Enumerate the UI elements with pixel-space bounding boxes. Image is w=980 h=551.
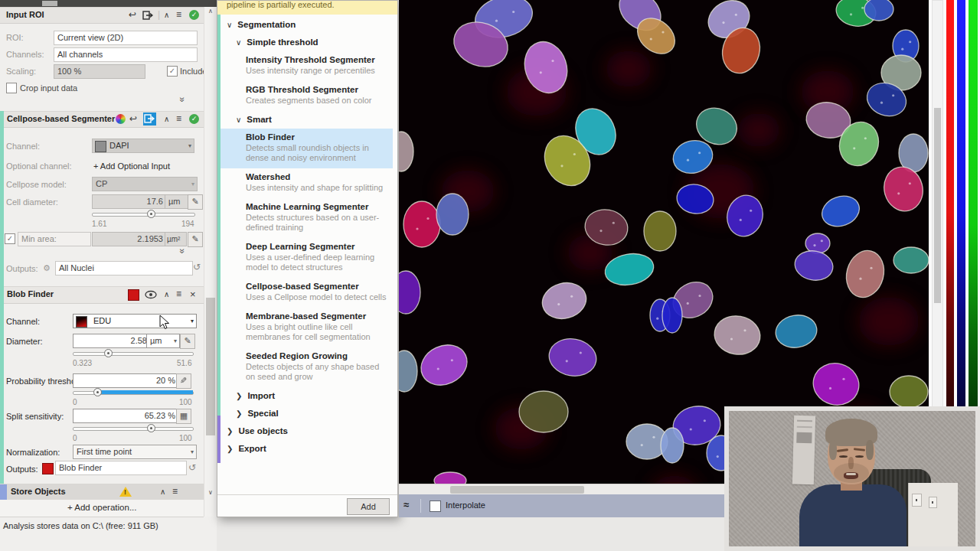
undo-icon[interactable]: ↩ — [129, 9, 136, 21]
collapse-icon[interactable]: ∧ — [164, 289, 169, 300]
operation-item[interactable]: Cellpose-based SegmenterUses a Cellpose … — [220, 278, 393, 308]
cp-channel-dropdown[interactable]: DAPI ▾ — [92, 139, 194, 153]
scroll-down-icon[interactable]: ∨ — [208, 489, 213, 496]
segmented-cell[interactable] — [805, 233, 830, 253]
bf-diameter-field[interactable]: 2.58 — [73, 334, 151, 348]
operation-item[interactable]: Intensity Threshold SegmenterUses intens… — [220, 51, 393, 81]
reset-icon[interactable]: ↺ — [193, 262, 201, 272]
bf-diameter-slider-thumb[interactable] — [104, 349, 113, 357]
operation-item[interactable]: Seeded Region GrowingDetects objects of … — [220, 347, 393, 387]
segmented-cell[interactable] — [899, 134, 928, 172]
tree-group-special[interactable]: ❯Special — [220, 405, 393, 422]
menu-icon[interactable]: ≡ — [176, 9, 181, 21]
add-button[interactable]: Add — [347, 498, 390, 515]
segmented-cell[interactable] — [890, 376, 928, 408]
scroll-up-icon[interactable]: ∧ — [208, 8, 213, 15]
segmented-cell[interactable] — [661, 428, 684, 463]
eye-icon[interactable] — [145, 290, 157, 299]
normalization-dropdown[interactable]: First time point ▾ — [73, 445, 197, 459]
expand-more-icon[interactable]: » — [177, 97, 188, 101]
segmented-cell[interactable] — [773, 312, 819, 351]
color-wheel-icon[interactable] — [116, 114, 126, 124]
segmented-cell[interactable] — [399, 350, 417, 392]
pencil-icon[interactable]: ✎ — [188, 194, 203, 210]
segmented-cell[interactable] — [519, 391, 568, 432]
segmented-cell[interactable] — [399, 132, 413, 171]
cellpose-header[interactable]: Cellpose-based Segmenter ↩ ∧ ≡ ✓ — [4, 111, 204, 128]
tree-group-simple-threshold[interactable]: ∨Simple threshold — [220, 34, 393, 51]
probability-slider-thumb[interactable] — [93, 388, 102, 396]
export-active-icon[interactable] — [143, 112, 156, 126]
include-z-checkbox[interactable]: ✓ — [167, 66, 178, 77]
split-slider[interactable] — [73, 427, 194, 431]
bf-output-swatch[interactable] — [42, 463, 54, 474]
operation-item[interactable]: Machine Learning SegmenterDetects struct… — [220, 198, 393, 238]
operation-item[interactable]: Blob FinderDetects small roundish object… — [220, 129, 393, 168]
close-icon[interactable]: × — [190, 289, 196, 300]
segmented-cell[interactable] — [399, 271, 420, 314]
store-objects-header[interactable]: Store Objects ! ∧ ≡ — [0, 484, 204, 501]
undo-icon[interactable]: ↩ — [129, 113, 137, 125]
green-channel-lut[interactable] — [969, 0, 978, 409]
segmented-cell[interactable] — [808, 358, 864, 410]
roi-field[interactable]: Current view (2D) — [54, 31, 198, 45]
min-area-checkbox[interactable]: ✓ — [5, 233, 15, 244]
probability-field[interactable]: 20 % — [73, 373, 179, 388]
segmented-cell[interactable] — [644, 211, 676, 251]
grid-icon[interactable]: ▦ — [176, 409, 191, 424]
input-roi-header[interactable]: Input ROI ↩ | ∧ ≡ ✓ — [0, 7, 204, 24]
chevron-right-icon[interactable]: ❯ — [227, 445, 233, 453]
panel-scrollbar-thumb[interactable] — [206, 298, 215, 435]
pencil-icon[interactable]: ✎ — [180, 334, 195, 349]
segmented-cell[interactable] — [879, 163, 927, 216]
eyedropper-icon[interactable]: ✎ — [176, 373, 191, 389]
collapse-icon[interactable]: ∧ — [164, 9, 169, 21]
reset-icon[interactable]: ↺ — [188, 462, 196, 473]
viewer-vscrollbar-thumb[interactable] — [934, 108, 941, 303]
segmented-cell[interactable] — [841, 246, 889, 302]
menu-icon[interactable]: ≡ — [176, 289, 181, 300]
add-operation-row[interactable]: + Add operation... — [0, 500, 204, 517]
channels-field[interactable]: All channels — [54, 47, 198, 62]
viewer-vscrollbar[interactable] — [932, 0, 943, 409]
scaling-field[interactable]: 100 % — [54, 64, 145, 79]
bf-outputs-field[interactable]: Blob Finder — [55, 461, 187, 475]
cell-diameter-field[interactable]: 17.6 — [92, 194, 167, 209]
add-operation-button[interactable]: + Add operation... — [67, 503, 136, 512]
collapse-icon[interactable]: ∧ — [160, 486, 165, 497]
cp-model-dropdown[interactable]: CP ▾ — [92, 177, 198, 191]
segmented-cell[interactable] — [818, 191, 864, 232]
segmented-cell[interactable] — [893, 247, 929, 273]
bf-channel-dropdown[interactable]: EDU ▾ — [73, 314, 197, 328]
operation-item[interactable]: Membrane-based SegmenterUses a bright ou… — [220, 308, 393, 347]
split-slider-thumb[interactable] — [147, 424, 155, 432]
segmented-cell[interactable] — [662, 298, 682, 333]
segmented-cell[interactable] — [792, 248, 835, 283]
tree-group-segmentation[interactable]: ∨Segmentation — [220, 16, 393, 34]
expand-more-icon[interactable]: » — [177, 249, 188, 253]
cell-diameter-slider-thumb[interactable] — [147, 210, 155, 218]
crop-checkbox[interactable] — [6, 83, 17, 93]
blob-finder-header[interactable]: Blob Finder ∧ ≡ × — [4, 286, 204, 304]
tool-icon[interactable]: ≈ — [403, 499, 409, 510]
segmented-cell[interactable] — [403, 201, 440, 247]
cp-outputs-field[interactable]: All Nuclei — [55, 261, 193, 276]
viewer-hscrollbar-thumb[interactable] — [450, 486, 584, 494]
tree-group-export[interactable]: ❯Export — [220, 440, 393, 458]
red-channel-lut[interactable] — [946, 0, 954, 409]
add-optional-input-button[interactable]: + Add Optional Input — [93, 161, 170, 171]
blue-channel-lut[interactable] — [957, 0, 965, 409]
panel-scrollbar[interactable]: ∧ ∨ — [204, 7, 217, 517]
segmented-cell[interactable] — [864, 0, 893, 21]
chevron-down-icon[interactable]: ∨ — [227, 21, 232, 29]
operation-item[interactable]: WatershedUses intensity and shape for sp… — [220, 168, 393, 198]
split-sensitivity-field[interactable]: 65.23 % — [73, 409, 179, 423]
operation-item[interactable]: RGB Threshold SegmenterCreates segments … — [220, 81, 393, 111]
export-icon[interactable] — [142, 10, 153, 21]
chevron-right-icon[interactable]: ❯ — [236, 392, 242, 400]
pencil-icon[interactable]: ✎ — [188, 232, 203, 247]
segmented-cell[interactable] — [436, 194, 469, 235]
segmented-cell[interactable] — [414, 337, 473, 393]
chevron-down-icon[interactable]: ∨ — [236, 116, 241, 124]
chevron-down-icon[interactable]: ∨ — [236, 38, 241, 47]
